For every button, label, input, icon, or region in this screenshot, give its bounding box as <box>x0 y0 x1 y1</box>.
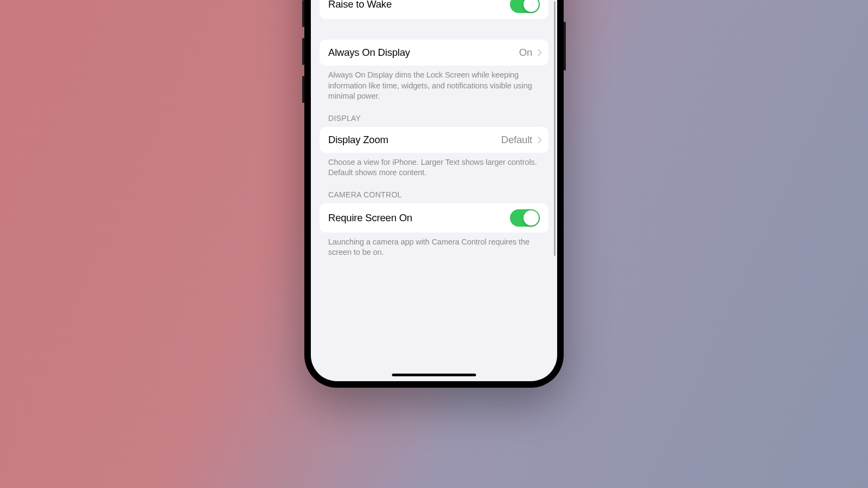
desc-require-screen-on: Launching a camera app with Camera Contr… <box>320 233 548 258</box>
toggle-require-screen-on[interactable] <box>510 209 540 227</box>
toggle-knob <box>524 210 539 226</box>
row-raise-to-wake: Raise to Wake <box>320 0 548 19</box>
desc-display-zoom: Choose a view for iPhone. Larger Text sh… <box>320 153 548 178</box>
settings-scroll[interactable]: Night Shift Off Auto-Lock 2 minutes <box>311 0 557 381</box>
stage: Night Shift Off Auto-Lock 2 minutes <box>0 0 868 488</box>
scrollbar[interactable] <box>554 1 556 256</box>
header-display: DISPLAY <box>320 102 548 127</box>
chevron-right-icon <box>535 49 540 56</box>
value-display-zoom: Default <box>501 134 532 146</box>
desc-always-on: Always On Display dims the Lock Screen w… <box>320 66 548 102</box>
group-always-on: Always On Display On <box>320 40 548 66</box>
phone-screen: Night Shift Off Auto-Lock 2 minutes <box>311 0 557 381</box>
value-always-on: On <box>519 47 532 59</box>
row-always-on-display[interactable]: Always On Display On <box>320 40 548 66</box>
home-indicator[interactable] <box>392 374 476 376</box>
toggle-raise-to-wake[interactable] <box>510 0 540 13</box>
header-camera-control: CAMERA CONTROL <box>320 178 548 203</box>
phone-frame: Night Shift Off Auto-Lock 2 minutes <box>304 0 564 388</box>
label-display-zoom: Display Zoom <box>328 134 501 146</box>
row-require-screen-on: Require Screen On <box>320 203 548 233</box>
group-auto-lock: Auto-Lock 2 minutes Raise to Wake <box>320 0 548 19</box>
label-raise-to-wake: Raise to Wake <box>328 0 510 10</box>
toggle-knob <box>524 0 539 12</box>
chevron-right-icon <box>535 136 540 144</box>
settings-content: Night Shift Off Auto-Lock 2 minutes <box>320 0 548 258</box>
label-always-on: Always On Display <box>328 47 519 59</box>
group-require-screen-on: Require Screen On <box>320 203 548 233</box>
spacer <box>320 19 548 40</box>
group-display-zoom: Display Zoom Default <box>320 127 548 153</box>
row-display-zoom[interactable]: Display Zoom Default <box>320 127 548 153</box>
label-require-screen-on: Require Screen On <box>328 212 510 224</box>
